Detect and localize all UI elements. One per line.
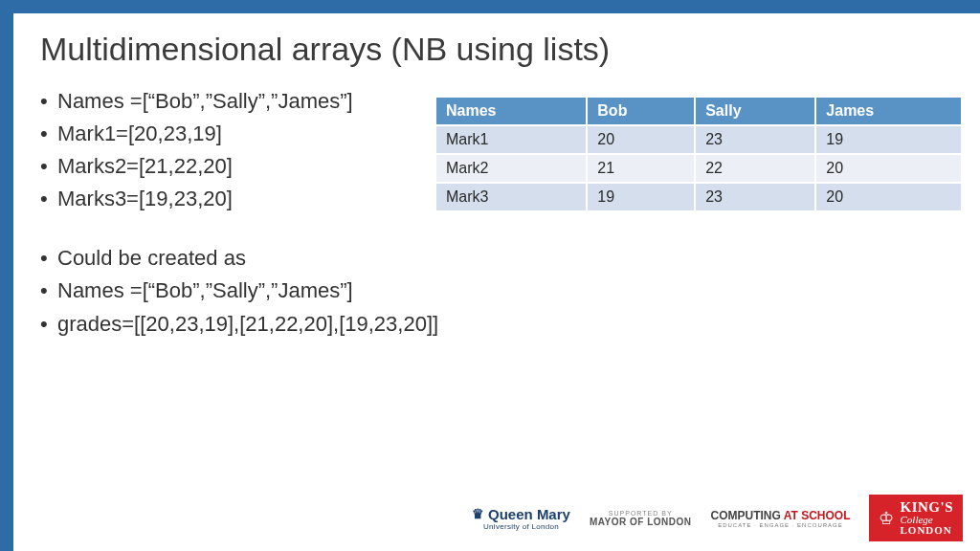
kcl-kings-text: KING'S	[900, 500, 953, 515]
mayor-sup-text: SUPPORTED BY	[609, 510, 673, 517]
table-cell: 20	[815, 154, 962, 183]
computing-at-school-logo: COMPUTING AT SCHOOL EDUCATE · ENGAGE · E…	[710, 509, 850, 528]
table-header: Sally	[695, 97, 815, 125]
table-cell: Mark2	[435, 154, 587, 183]
bullet-item: Marks2=[21,22,20]	[40, 150, 438, 183]
kings-college-logo: ♔ KING'S College LONDON	[869, 495, 963, 541]
table-row: Mark3 19 23 20	[435, 183, 962, 211]
table-header-row: Names Bob Sally James	[435, 97, 962, 125]
kcl-london-text: LONDON	[900, 525, 953, 536]
table-cell: 20	[587, 125, 695, 154]
bullet-item: Could be created as	[40, 242, 438, 275]
table-header: Names	[435, 97, 587, 125]
slide-title: Multidimensional arrays (NB using lists)	[40, 31, 953, 68]
data-table-wrap: Names Bob Sally James Mark1 20 23 19 Mar…	[434, 96, 963, 212]
table-header: James	[815, 97, 962, 125]
qm-main-text: Queen Mary	[488, 506, 570, 522]
bullet-item: Marks3=[19,23,20]	[40, 183, 438, 215]
cas-accent-text: AT SCHOOL	[784, 509, 851, 522]
table-cell: Mark3	[435, 183, 587, 211]
bullet-item: Names =[“Bob”,”Sally”,”James”]	[40, 85, 438, 118]
table-row: Mark2 21 22 20	[435, 154, 962, 183]
table-header: Bob	[587, 97, 695, 125]
table-cell: 20	[815, 183, 962, 211]
table-cell: 21	[587, 154, 695, 183]
cas-sub-text: EDUCATE · ENGAGE · ENCOURAGE	[718, 522, 843, 528]
crown-icon: ♛	[472, 506, 484, 521]
table-cell: 23	[695, 183, 815, 211]
data-table: Names Bob Sally James Mark1 20 23 19 Mar…	[434, 96, 963, 212]
bullet-spacer	[40, 215, 438, 242]
crest-icon: ♔	[879, 510, 894, 527]
mayor-main-text: MAYOR OF LONDON	[590, 517, 692, 527]
bullet-list: Names =[“Bob”,”Sally”,”James”] Mark1=[20…	[40, 85, 438, 341]
bullet-item: Mark1=[20,23,19]	[40, 118, 438, 150]
qm-sub-text: University of London	[483, 522, 559, 531]
slide: Multidimensional arrays (NB using lists)…	[0, 0, 980, 551]
bullet-item: grades=[[20,23,19],[21,22,20],[19,23,20]…	[40, 308, 438, 341]
mayor-of-london-logo: SUPPORTED BY MAYOR OF LONDON	[590, 510, 692, 527]
table-cell: 22	[695, 154, 815, 183]
cas-comp-text: COMPUTING	[710, 509, 783, 522]
table-cell: 19	[815, 125, 962, 154]
table-cell: Mark1	[435, 125, 587, 154]
footer-logos: ♛ Queen Mary University of London SUPPOR…	[472, 495, 963, 541]
table-cell: 23	[695, 125, 815, 154]
table-cell: 19	[587, 183, 695, 211]
table-row: Mark1 20 23 19	[435, 125, 962, 154]
bullet-item: Names =[“Bob”,”Sally”,”James”]	[40, 275, 438, 307]
queen-mary-logo: ♛ Queen Mary University of London	[472, 506, 570, 531]
